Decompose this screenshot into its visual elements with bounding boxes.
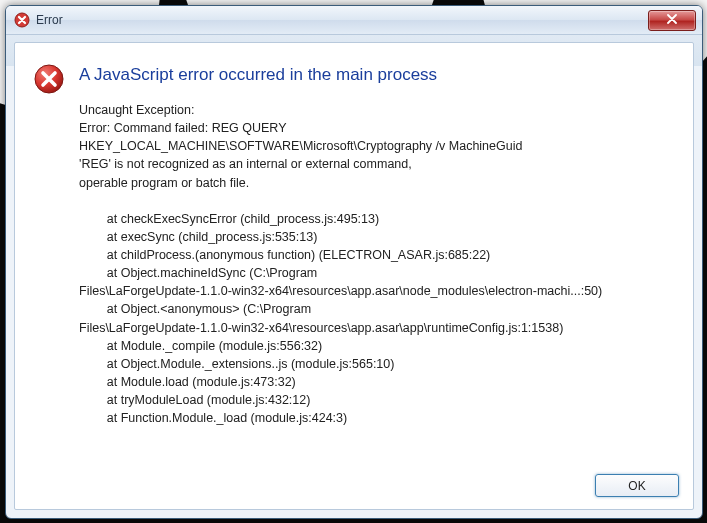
button-bar: OK xyxy=(595,474,679,497)
window-title: Error xyxy=(36,13,648,27)
window-icon xyxy=(14,12,30,28)
error-icon xyxy=(33,63,65,95)
dialog-message: Uncaught Exception: Error: Command faile… xyxy=(79,101,675,427)
error-dialog: Error xyxy=(5,5,703,519)
dialog-body: A JavaScript error occurred in the main … xyxy=(14,42,694,510)
dialog-content: A JavaScript error occurred in the main … xyxy=(15,43,693,509)
ok-button[interactable]: OK xyxy=(595,474,679,497)
close-button[interactable] xyxy=(648,10,696,31)
close-icon xyxy=(666,14,678,26)
dialog-heading: A JavaScript error occurred in the main … xyxy=(79,65,675,85)
title-bar[interactable]: Error xyxy=(6,6,702,35)
